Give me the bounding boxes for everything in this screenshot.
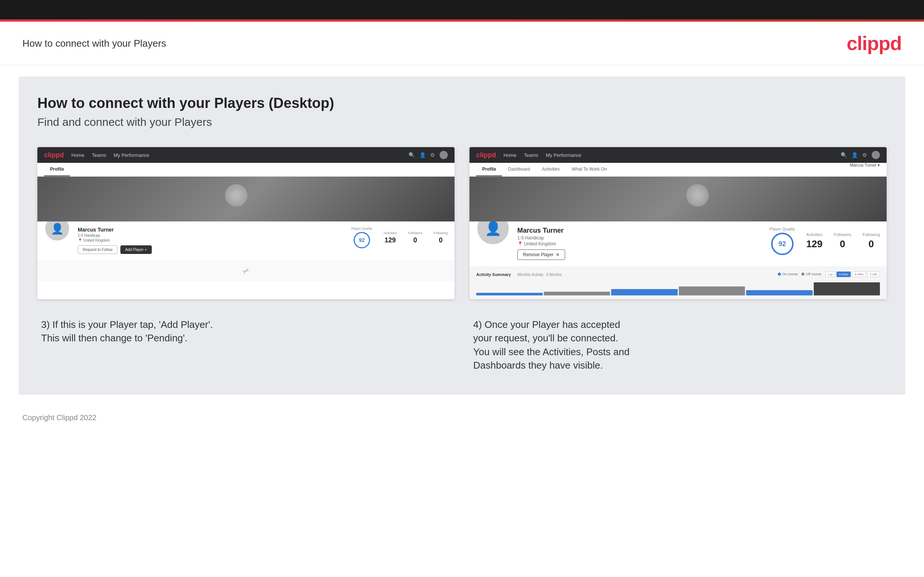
nav-links-2: Home Teams My Performance (504, 152, 581, 158)
following-value-2: 0 (863, 238, 880, 250)
quality-circle-2: 92 (771, 233, 793, 255)
activities-stat-2: Activities 129 (806, 232, 822, 250)
legend-oncourse: On course (778, 272, 798, 276)
activities-label-1: Activities (383, 231, 397, 235)
user-stats-1: Player Quality 92 Activities 129 Followe… (351, 227, 448, 248)
time-6mths[interactable]: 6 mths (837, 271, 851, 277)
user-info-1: Marcus Turner 1-5 Handicap 📍 United King… (78, 227, 344, 254)
followers-value-2: 0 (834, 238, 851, 250)
following-label-1: Following (434, 231, 448, 235)
mock-profile-area-2: 👤 Marcus Turner 1-5 Handicap 📍 United Ki… (470, 221, 887, 267)
nav-icons-2: 🔍 👤 ⚙ (841, 151, 880, 159)
quality-wrap-2: Player Quality 92 (770, 227, 795, 255)
settings-icon-1[interactable]: ⚙ (430, 152, 435, 158)
bar-6 (814, 282, 880, 295)
top-bar (0, 0, 924, 19)
description-1: 3) If this is your Player tap, 'Add Play… (37, 318, 454, 372)
offcourse-dot (801, 272, 804, 276)
clippd-logo: clippd (846, 32, 901, 55)
search-icon-2[interactable]: 🔍 (841, 152, 847, 158)
activities-label-2: Activities (806, 232, 822, 237)
user-location-2: 📍 United Kingdom (517, 241, 762, 247)
tab-what-to-work-on-2[interactable]: What To Work On (565, 163, 613, 176)
page-header: How to connect with your Players clippd (0, 22, 924, 65)
activity-summary: Activity Summary Monthly Activity · 6 Mo… (470, 267, 887, 299)
bar-4 (679, 287, 745, 296)
followers-stat-1: Followers 0 (408, 231, 422, 244)
user-name-1: Marcus Turner (78, 227, 344, 233)
copyright: Copyright Clippd 2022 (23, 413, 97, 422)
nav-teams-2[interactable]: Teams (524, 152, 538, 158)
activity-left: Activity Summary Monthly Activity · 6 Mo… (476, 271, 562, 277)
settings-icon-2[interactable]: ⚙ (862, 152, 867, 158)
quality-wrap-1: Player Quality 92 (351, 227, 372, 248)
screenshots-row: clippd Home Teams My Performance 🔍 👤 ⚙ P… (37, 147, 887, 299)
avatar-1[interactable] (439, 151, 448, 159)
remove-player-button[interactable]: Remove Player ✕ (517, 250, 565, 260)
time-buttons: 1 yr 6 mths 3 mths 1 mth (825, 271, 880, 277)
content-subtitle: Find and connect with your Players (37, 116, 887, 129)
marcus-turner-label[interactable]: Marcus Turner ▾ (850, 163, 880, 168)
nav-icons-1: 🔍 👤 ⚙ (409, 151, 448, 159)
followers-label-2: Followers (834, 232, 851, 237)
followers-value-1: 0 (408, 236, 422, 244)
nav-myperformance-2[interactable]: My Performance (546, 152, 581, 158)
activities-stat-1: Activities 129 (383, 231, 397, 244)
user-icon-2[interactable]: 👤 (851, 152, 858, 158)
screenshot-1: clippd Home Teams My Performance 🔍 👤 ⚙ P… (37, 147, 454, 299)
following-stat-2: Following 0 (863, 232, 880, 250)
nav-home-1[interactable]: Home (71, 152, 84, 158)
mock-tabs-1: Profile (37, 163, 454, 177)
nav-links-1: Home Teams My Performance (71, 152, 149, 158)
mock-banner-2 (470, 177, 887, 221)
user-dropdown-2[interactable]: Marcus Turner ▾ (850, 163, 880, 176)
remove-x-icon: ✕ (556, 252, 560, 257)
mock-tabs-2: Profile Dashboard Activities What To Wor… (470, 163, 887, 177)
bar-1 (476, 293, 543, 295)
user-handicap-2: 1-5 Handicap (517, 235, 762, 240)
nav-teams-1[interactable]: Teams (92, 152, 106, 158)
scissors-icon: ✂ (241, 265, 252, 277)
screenshot-2: clippd Home Teams My Performance 🔍 👤 ⚙ P… (470, 147, 887, 299)
action-buttons-2: Remove Player ✕ (517, 250, 762, 260)
tab-activities-2[interactable]: Activities (536, 163, 565, 176)
time-1yr[interactable]: 1 yr (825, 271, 835, 277)
scissors-area: ✂ (37, 261, 454, 281)
description-2: 4) Once your Player has acceptedyour req… (470, 318, 887, 372)
nav-home-2[interactable]: Home (504, 152, 517, 158)
action-buttons-1: Request to Follow Add Player + (78, 245, 344, 254)
tab-profile-1[interactable]: Profile (44, 163, 70, 176)
tab-profile-2[interactable]: Profile (476, 163, 502, 176)
user-info-2: Marcus Turner 1-5 Handicap 📍 United King… (517, 227, 762, 260)
following-stat-1: Following 0 (434, 231, 448, 244)
avatar-2[interactable] (872, 151, 880, 159)
following-label-2: Following (863, 232, 880, 237)
page-footer: Copyright Clippd 2022 (0, 406, 924, 429)
mock-banner-1 (37, 177, 454, 221)
time-3mths[interactable]: 3 mths (852, 271, 866, 277)
content-title: How to connect with your Players (Deskto… (37, 95, 887, 111)
request-follow-button[interactable]: Request to Follow (78, 245, 117, 254)
quality-label-1: Player Quality (351, 227, 372, 230)
activities-value-2: 129 (806, 238, 822, 250)
legend-offcourse: Off course (801, 272, 821, 276)
oncourse-dot (778, 272, 781, 276)
caption-2: 4) Once your Player has acceptedyour req… (473, 318, 883, 372)
user-name-2: Marcus Turner (517, 227, 762, 235)
search-icon-1[interactable]: 🔍 (409, 152, 415, 158)
nav-logo-1: clippd (44, 151, 64, 159)
mock-nav-1: clippd Home Teams My Performance 🔍 👤 ⚙ (37, 147, 454, 163)
followers-label-1: Followers (408, 231, 422, 235)
activity-title: Activity Summary (476, 272, 511, 277)
nav-myperformance-1[interactable]: My Performance (114, 152, 149, 158)
followers-stat-2: Followers 0 (834, 232, 851, 250)
user-icon-1[interactable]: 👤 (419, 152, 426, 158)
add-player-button[interactable]: Add Player + (120, 245, 152, 254)
breadcrumb: How to connect with your Players (23, 38, 166, 49)
following-value-1: 0 (434, 236, 448, 244)
tab-dashboard-2[interactable]: Dashboard (502, 163, 536, 176)
caption-1: 3) If this is your Player tap, 'Add Play… (41, 318, 451, 345)
activity-header: Activity Summary Monthly Activity · 6 Mo… (476, 271, 880, 277)
time-1mth[interactable]: 1 mth (867, 271, 880, 277)
nav-logo-2: clippd (476, 151, 496, 159)
